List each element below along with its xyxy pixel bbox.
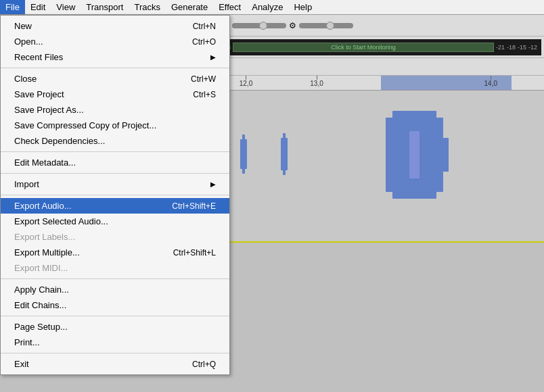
tick-label-14: 14,0 [484, 80, 497, 87]
volume-slider[interactable] [232, 23, 286, 28]
menu-edit-chains-label: Edit Chains... [14, 300, 66, 310]
menu-export-midi: Export MIDI... [1, 260, 229, 276]
menu-save-compressed[interactable]: Save Compressed Copy of Project... [1, 118, 229, 133]
menu-exit-label: Exit [14, 359, 29, 369]
menu-export-multiple-label: Export Multiple... [14, 247, 80, 258]
speed-slider[interactable] [299, 23, 353, 28]
menu-page-setup[interactable]: Page Setup... [1, 319, 229, 335]
menu-edit-metadata[interactable]: Edit Metadata... [1, 155, 229, 170]
svg-rect-14 [283, 133, 286, 175]
sep-3 [1, 173, 229, 174]
menu-export-audio-shortcut: Ctrl+Shift+E [172, 201, 216, 211]
svg-rect-12 [242, 134, 245, 174]
svg-rect-17 [409, 131, 420, 178]
menu-apply-chain-label: Apply Chain... [14, 285, 69, 295]
menu-page-setup-label: Page Setup... [14, 322, 68, 332]
menu-save-project-as[interactable]: Save Project As... [1, 102, 229, 118]
svg-rect-18 [443, 138, 449, 172]
menu-open-label: Open... [14, 36, 43, 47]
menu-tracks[interactable]: Tracks [129, 0, 166, 14]
menu-check-deps-label: Check Dependencies... [14, 136, 105, 146]
sep-2 [1, 151, 229, 152]
tick-label-13: 13,0 [310, 80, 323, 87]
menu-view[interactable]: View [51, 0, 81, 14]
menu-save-shortcut: Ctrl+S [193, 90, 216, 99]
menu-recent-label: Recent Files [14, 52, 63, 62]
menu-check-deps[interactable]: Check Dependencies... [1, 133, 229, 149]
sep-6 [1, 316, 229, 316]
menu-export-multiple[interactable]: Export Multiple... Ctrl+Shift+L [1, 245, 229, 260]
menu-new[interactable]: New Ctrl+N [1, 18, 229, 34]
file-dropdown-menu: New Ctrl+N Open... Ctrl+O Recent Files ▶… [0, 15, 230, 375]
menu-print[interactable]: Print... [1, 335, 229, 350]
menu-apply-chain[interactable]: Apply Chain... [1, 282, 229, 297]
meter-right-18: -18 [507, 44, 516, 51]
meter-right-15: -15 [518, 44, 526, 51]
ruler-tick-12: 12,0 [240, 76, 252, 87]
menu-help[interactable]: Help [288, 0, 317, 14]
sep-5 [1, 278, 229, 279]
menu-edit-chains[interactable]: Edit Chains... [1, 297, 229, 313]
menu-save-project[interactable]: Save Project Ctrl+S [1, 87, 229, 102]
menu-open[interactable]: Open... Ctrl+O [1, 34, 229, 49]
menu-export-audio-label: Export Audio... [14, 201, 72, 211]
menu-new-shortcut: Ctrl+N [193, 22, 216, 31]
monitor-btn[interactable]: Click to Start Monitoring [233, 43, 494, 52]
menu-export-midi-label: Export MIDI... [14, 263, 68, 273]
recent-files-arrow: ▶ [210, 53, 216, 61]
menu-recent-files[interactable]: Recent Files ▶ [1, 49, 229, 65]
sep-7 [1, 353, 229, 353]
menu-export-labels: Export Labels... [1, 229, 229, 245]
meter-right-12: -12 [528, 44, 537, 51]
menu-export-multiple-shortcut: Ctrl+Shift+L [173, 248, 216, 258]
menu-close-label: Close [14, 74, 37, 84]
menu-analyze[interactable]: Analyze [246, 0, 288, 14]
menu-close-shortcut: Ctrl+W [191, 74, 216, 84]
tick-label-12: 12,0 [240, 80, 252, 87]
menu-save-compressed-label: Save Compressed Copy of Project... [14, 120, 156, 130]
menu-file[interactable]: File [0, 0, 25, 14]
menu-edit-metadata-label: Edit Metadata... [14, 157, 76, 168]
menu-print-label: Print... [14, 337, 40, 347]
menu-transport[interactable]: Transport [81, 0, 129, 14]
menu-close[interactable]: Close Ctrl+W [1, 71, 229, 87]
ruler-tick-14: 14,0 [484, 76, 497, 87]
menu-generate[interactable]: Generate [166, 0, 213, 14]
menu-new-label: New [14, 21, 32, 31]
sep-4 [1, 195, 229, 195]
import-arrow: ▶ [210, 180, 216, 188]
menu-export-labels-label: Export Labels... [14, 232, 75, 242]
menubar: File Edit View Transport Tracks Generate… [0, 0, 544, 15]
menu-export-selected[interactable]: Export Selected Audio... [1, 214, 229, 229]
menu-save-label: Save Project [14, 89, 64, 99]
speed-icon: ⚙ [289, 21, 296, 30]
app-window: File Edit View Transport Tracks Generate… [0, 0, 544, 392]
sep-1 [1, 68, 229, 68]
ruler-tick-13: 13,0 [310, 76, 323, 87]
menu-exit-shortcut: Ctrl+Q [192, 360, 216, 369]
menu-exit[interactable]: Exit Ctrl+Q [1, 356, 229, 372]
menu-export-audio[interactable]: Export Audio... Ctrl+Shift+E [1, 198, 229, 214]
vol-speed-area: 🔊 ⚙ [218, 20, 353, 31]
menu-effect[interactable]: Effect [213, 0, 246, 14]
menu-import-label: Import [14, 179, 39, 189]
menu-save-as-label: Save Project As... [14, 105, 84, 115]
menu-export-selected-label: Export Selected Audio... [14, 216, 108, 226]
meter-right-21: -21 [496, 44, 505, 51]
menu-import[interactable]: Import ▶ [1, 176, 229, 192]
menu-edit[interactable]: Edit [25, 0, 51, 14]
menu-open-shortcut: Ctrl+O [192, 37, 216, 47]
